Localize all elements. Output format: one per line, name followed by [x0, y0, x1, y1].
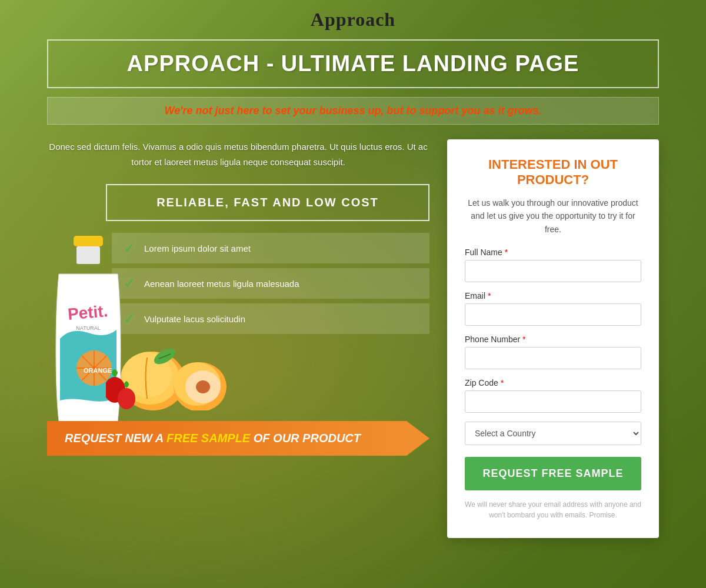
- country-select[interactable]: Select a Country United States United Ki…: [465, 422, 641, 445]
- privacy-text: We will never share your email address w…: [465, 499, 641, 520]
- form-description: Let us walk you through our innovative p…: [465, 196, 641, 236]
- phone-input[interactable]: [465, 347, 641, 369]
- svg-point-22: [118, 388, 135, 409]
- cta-label: RELIABLE, FAST AND LOW COST: [156, 196, 379, 209]
- form-title: INTERESTED IN OUT PRODUCT?: [465, 157, 641, 188]
- svg-text:NATURAL: NATURAL: [76, 325, 100, 331]
- banner-suffix: OF OUR PRODUCT: [250, 432, 361, 445]
- feature-item-1: ✓ Lorem ipsum dolor sit amet: [112, 233, 429, 263]
- features-list: ✓ Lorem ipsum dolor sit amet ✓ Aenean la…: [112, 233, 429, 334]
- feature-text-3: Vulputate lacus solicitudin: [144, 314, 245, 324]
- hero-subtitle: We're not just here to set your business…: [65, 105, 641, 117]
- feature-item-2: ✓ Aenean laoreet metus ligula malesuada: [112, 268, 429, 299]
- orange-sample-banner: REQUEST NEW A FREE SAMPLE OF OUR PRODUCT: [47, 421, 429, 456]
- banner-highlight: FREE SAMPLE: [166, 432, 250, 445]
- feature-text-1: Lorem ipsum dolor sit amet: [144, 243, 251, 253]
- feature-text-2: Aenean laoreet metus ligula malesuada: [144, 279, 299, 289]
- zip-group: Zip Code *: [465, 378, 641, 413]
- hero-title: APPROACH - ULTIMATE LANDING PAGE: [66, 51, 640, 76]
- intro-text: Donec sed dictum felis. Vivamus a odio q…: [47, 139, 429, 169]
- email-label: Email *: [465, 291, 641, 300]
- required-star-name: *: [505, 248, 508, 257]
- main-content: Donec sed dictum felis. Vivamus a odio q…: [47, 139, 659, 538]
- email-input[interactable]: [465, 303, 641, 326]
- phone-group: Phone Number *: [465, 335, 641, 369]
- product-area: Petit. NATURAL ORANGE: [47, 233, 429, 421]
- svg-point-20: [196, 380, 210, 393]
- lead-form: INTERESTED IN OUT PRODUCT? Let us walk y…: [447, 139, 659, 538]
- full-name-label: Full Name *: [465, 248, 641, 257]
- svg-rect-1: [76, 246, 100, 264]
- cta-banner: RELIABLE, FAST AND LOW COST: [106, 184, 429, 221]
- site-logo: Approach: [47, 9, 659, 31]
- fruits-decoration: [47, 340, 429, 410]
- feature-item-3: ✓ Vulputate lacus solicitudin: [112, 303, 429, 334]
- hero-title-box: APPROACH - ULTIMATE LANDING PAGE: [47, 39, 659, 88]
- banner-prefix: REQUEST NEW A: [65, 432, 166, 445]
- left-column: Donec sed dictum felis. Vivamus a odio q…: [47, 139, 429, 456]
- required-star-email: *: [488, 291, 491, 300]
- svg-rect-0: [74, 236, 103, 246]
- banner-text: REQUEST NEW A FREE SAMPLE OF OUR PRODUCT: [65, 432, 361, 445]
- full-name-group: Full Name *: [465, 248, 641, 282]
- svg-text:Petit.: Petit.: [67, 302, 109, 323]
- phone-label: Phone Number *: [465, 335, 641, 344]
- required-star-zip: *: [501, 378, 504, 387]
- zip-label: Zip Code *: [465, 378, 641, 387]
- zip-input[interactable]: [465, 390, 641, 413]
- country-group: Select a Country United States United Ki…: [465, 422, 641, 445]
- required-star-phone: *: [522, 335, 525, 344]
- hero-subtitle-box: We're not just here to set your business…: [47, 97, 659, 125]
- email-group: Email *: [465, 291, 641, 326]
- full-name-input[interactable]: [465, 260, 641, 282]
- logo-text: Approach: [311, 9, 395, 30]
- submit-button[interactable]: REQUEST FREE SAMPLE: [465, 457, 641, 490]
